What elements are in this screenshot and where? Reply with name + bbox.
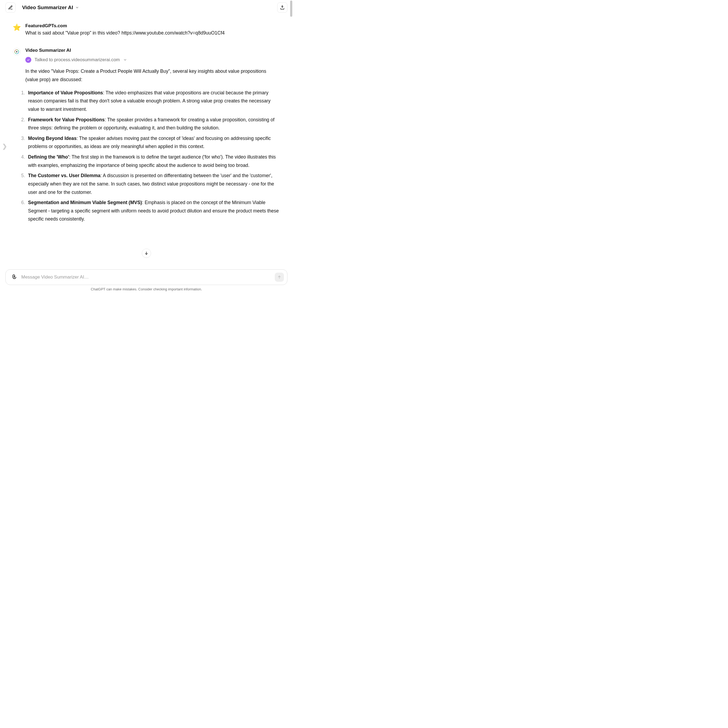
send-button[interactable] [275, 272, 284, 282]
play-circle-icon [14, 49, 19, 54]
list-item: Segmentation and Minimum Viable Segment … [26, 199, 280, 223]
new-chat-button[interactable] [5, 2, 16, 13]
compose-icon [8, 5, 13, 10]
tool-call-pill[interactable]: Talked to process.videosummarizerai.com [25, 57, 280, 63]
user-avatar: ⭐ [13, 23, 20, 31]
assistant-intro: In the video "Value Props: Create a Prod… [25, 67, 280, 84]
chevron-down-icon [123, 58, 127, 62]
disclaimer-text: ChatGPT can make mistakes. Consider chec… [5, 287, 288, 291]
list-item: Importance of Value Propositions: The vi… [26, 89, 280, 113]
assistant-message: Video Summarizer AI Talked to process.vi… [13, 48, 280, 225]
check-icon [27, 58, 30, 61]
assistant-avatar [13, 48, 20, 55]
page-title: Video Summarizer AI [22, 5, 73, 11]
user-message: ⭐ FeaturedGPTs.com What is said about "V… [13, 23, 280, 37]
list-item: The Customer vs. User Dilemma: A discuss… [26, 171, 280, 196]
tool-check-badge [25, 57, 31, 63]
scroll-to-bottom-button[interactable] [142, 249, 151, 258]
upload-icon [280, 5, 285, 10]
user-author: FeaturedGPTs.com [25, 23, 280, 29]
scrollbar-thumb[interactable] [290, 0, 292, 17]
share-button[interactable] [277, 2, 288, 13]
arrow-down-icon [144, 251, 148, 255]
composer [5, 269, 288, 285]
header-bar: Video Summarizer AI [0, 0, 293, 15]
conversation: ⭐ FeaturedGPTs.com What is said about "V… [0, 15, 293, 263]
scrollbar-track[interactable] [290, 0, 293, 293]
chevron-down-icon [75, 6, 79, 9]
list-item: Defining the 'Who': The first step in th… [26, 153, 280, 169]
tool-call-text: Talked to process.videosummarizerai.com [35, 57, 120, 63]
list-item: Moving Beyond Ideas: The speaker advises… [26, 134, 280, 151]
list-item: Framework for Value Propositions: The sp… [26, 116, 280, 132]
svg-marker-2 [17, 51, 18, 53]
assistant-points-list: Importance of Value Propositions: The vi… [26, 89, 280, 223]
composer-area: ChatGPT can make mistakes. Consider chec… [0, 269, 293, 293]
message-input[interactable] [21, 274, 271, 280]
attach-button[interactable] [10, 274, 18, 281]
assistant-author: Video Summarizer AI [25, 48, 280, 53]
user-text: What is said about "Value prop" in this … [25, 30, 280, 37]
arrow-up-icon [277, 275, 281, 279]
model-title-dropdown[interactable]: Video Summarizer AI [22, 5, 79, 11]
paperclip-icon [11, 274, 17, 280]
